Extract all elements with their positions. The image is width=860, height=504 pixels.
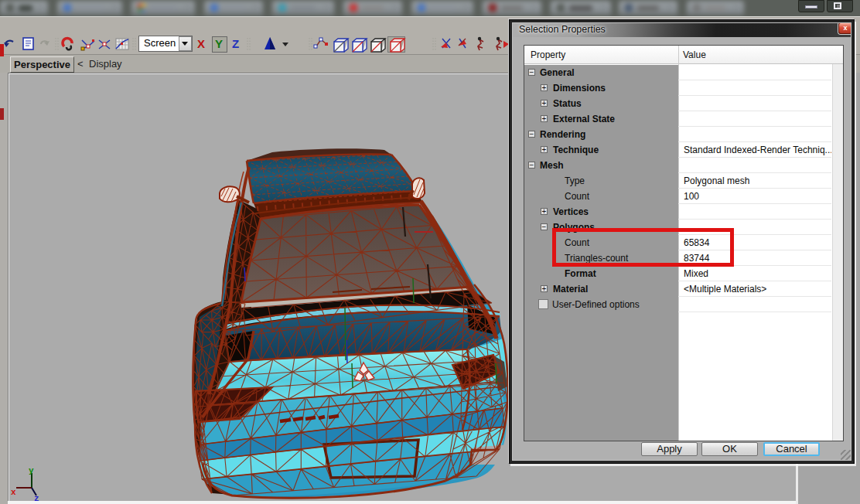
svg-text:Y: Y <box>215 37 223 50</box>
svg-text:X: X <box>197 37 205 50</box>
svg-text:y: y <box>29 466 34 475</box>
svg-text:Z: Z <box>232 37 239 50</box>
svg-text:x: x <box>11 488 16 497</box>
